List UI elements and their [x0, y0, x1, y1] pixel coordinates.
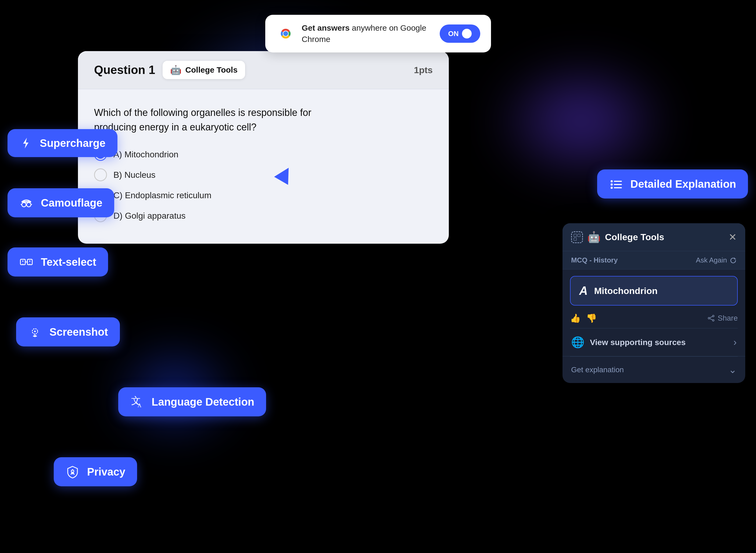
screenshot-label: Screenshot — [50, 326, 108, 338]
option-c-label: C) Endoplasmic reticulum — [113, 190, 211, 201]
quiz-card: Question 1 🤖 College Tools 1pts Which of… — [78, 51, 449, 244]
quiz-option-c[interactable]: C) Endoplasmic reticulum — [94, 189, 433, 202]
ct-panel-header: 🤖 College Tools ✕ — [563, 223, 745, 251]
pill-textselect[interactable]: Text-select — [7, 247, 108, 276]
quiz-option-a[interactable]: A) Mitochondrion — [94, 148, 433, 161]
globe-icon: 🌐 — [571, 336, 584, 348]
svg-point-25 — [610, 180, 613, 182]
langdetect-label: Language Detection — [152, 396, 254, 408]
ct-answer-box: A Mitochondrion — [570, 276, 738, 306]
scan-icon — [571, 231, 583, 243]
glow-blob-2 — [487, 54, 675, 188]
thumbs-up-button[interactable]: 👍 — [570, 313, 581, 323]
badge-emoji: 🤖 — [170, 65, 181, 75]
pill-privacy[interactable]: Privacy — [54, 457, 137, 486]
svg-point-35 — [713, 320, 714, 321]
college-tools-panel: 🤖 College Tools ✕ MCQ - History Ask Agai… — [563, 223, 745, 383]
pill-screenshot[interactable]: Screenshot — [16, 317, 120, 346]
svg-line-10 — [31, 204, 32, 205]
pill-camouflage[interactable]: Camouflage — [7, 188, 114, 217]
ct-panel-close-button[interactable]: ✕ — [729, 232, 737, 242]
svg-rect-33 — [574, 238, 576, 240]
ct-panel-subheader: MCQ - History Ask Again — [563, 251, 745, 269]
share-label: Share — [718, 314, 738, 322]
svg-line-38 — [710, 319, 713, 320]
ct-ask-again-button[interactable]: Ask Again — [696, 256, 737, 264]
svg-point-3 — [283, 31, 288, 36]
textselect-label: Text-select — [41, 256, 96, 268]
ct-panel-title: College Tools — [605, 232, 724, 242]
radio-b — [94, 168, 107, 181]
ct-panel-emoji: 🤖 — [587, 231, 601, 243]
quiz-title: Question 1 — [94, 63, 155, 77]
option-d-label: D) Golgi apparatus — [113, 211, 186, 221]
langdetect-icon: 文 A — [130, 395, 144, 409]
ct-actions: 👍 👎 Share — [563, 312, 745, 328]
svg-point-27 — [610, 183, 613, 185]
option-b-label: B) Nucleus — [113, 170, 156, 180]
svg-line-9 — [21, 204, 22, 205]
pill-supercharge[interactable]: Supercharge — [7, 129, 117, 157]
svg-point-29 — [610, 187, 613, 189]
quiz-points: 1pts — [414, 65, 433, 75]
privacy-label: Privacy — [87, 466, 125, 478]
toggle-circle — [462, 29, 472, 38]
ct-sources-row[interactable]: 🌐 View supporting sources › — [563, 328, 745, 357]
svg-rect-32 — [578, 234, 580, 237]
ct-explanation-row[interactable]: Get explanation ⌄ — [563, 357, 745, 383]
textselect-icon — [19, 255, 33, 269]
chevron-down-icon: ⌄ — [729, 364, 737, 376]
svg-marker-4 — [23, 138, 28, 149]
camouflage-label: Camouflage — [41, 197, 102, 209]
ct-subhead-label: MCQ - History — [571, 256, 618, 264]
quiz-body: Which of the following organelles is res… — [78, 89, 449, 244]
quiz-option-d[interactable]: D) Golgi apparatus — [94, 209, 433, 222]
ct-answer-text: Mitochondrion — [594, 286, 658, 296]
ct-answer-letter: A — [579, 284, 588, 298]
lightning-icon — [19, 137, 32, 150]
svg-point-7 — [27, 203, 31, 207]
svg-text:A: A — [137, 402, 141, 408]
privacy-icon — [66, 465, 80, 479]
detailed-label: Detailed Explanation — [631, 178, 736, 190]
pill-detailed-explanation[interactable]: Detailed Explanation — [597, 169, 748, 199]
svg-point-6 — [22, 203, 26, 207]
toggle-label: ON — [448, 29, 459, 38]
thumbs-down-button[interactable]: 👎 — [586, 313, 597, 323]
ct-thumbs: 👍 👎 — [570, 313, 597, 323]
svg-line-37 — [710, 317, 713, 318]
quiz-option-b[interactable]: B) Nucleus — [94, 168, 433, 181]
quiz-options: A) Mitochondrion B) Nucleus C) Endoplasm… — [94, 148, 433, 222]
chrome-extension-bar: Get answers anywhere on Google Chrome ON — [265, 15, 491, 53]
ct-share-button[interactable]: Share — [707, 314, 738, 322]
pill-langdetect[interactable]: 文 A Language Detection — [118, 387, 266, 416]
svg-point-19 — [34, 331, 36, 332]
screenshot-icon — [28, 325, 42, 339]
chrome-text: Get answers anywhere on Google Chrome — [302, 22, 433, 45]
quiz-question: Which of the following organelles is res… — [94, 105, 336, 135]
svg-rect-31 — [574, 234, 576, 237]
chevron-right-icon: › — [734, 337, 737, 348]
svg-point-36 — [708, 317, 710, 319]
option-a-label: A) Mitochondrion — [113, 150, 178, 159]
college-tools-badge: 🤖 College Tools — [163, 61, 245, 79]
chrome-text-bold: Get answers — [302, 23, 350, 32]
chrome-logo-icon — [276, 24, 295, 43]
svg-point-34 — [713, 315, 714, 317]
ask-again-label: Ask Again — [696, 256, 727, 264]
ct-sources-label: View supporting sources — [590, 338, 728, 347]
supercharge-label: Supercharge — [40, 137, 106, 149]
badge-label: College Tools — [185, 65, 237, 75]
camouflage-icon — [19, 196, 33, 210]
quiz-header: Question 1 🤖 College Tools 1pts — [78, 51, 449, 89]
list-icon — [609, 177, 623, 191]
chrome-toggle[interactable]: ON — [440, 24, 480, 43]
ct-explanation-label: Get explanation — [571, 366, 624, 374]
